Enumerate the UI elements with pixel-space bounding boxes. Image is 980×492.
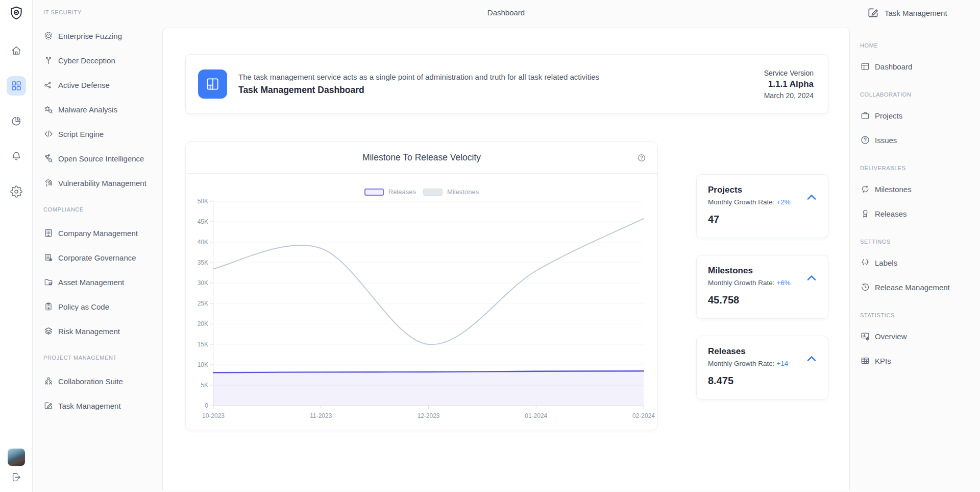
home-icon: [10, 44, 22, 57]
right-nav-item-issues[interactable]: Issues: [860, 128, 980, 152]
service-version-label: Service Version: [764, 69, 814, 77]
pie-icon: [10, 115, 22, 127]
left-nav-item-collaboration-suite[interactable]: Collaboration Suite: [43, 369, 162, 393]
layout-icon: [860, 61, 870, 72]
left-nav-item-label: Malware Analysis: [58, 105, 117, 114]
svg-text:5K: 5K: [201, 382, 208, 389]
service-version-value: 1.1.1 Alpha: [764, 79, 814, 89]
right-nav-item-release-management[interactable]: Release Management: [860, 275, 980, 299]
right-nav-section-header: STATISTICS: [860, 309, 980, 321]
left-nav-item-label: Active Defense: [58, 81, 110, 89]
right-nav-item-dashboard[interactable]: Dashboard: [860, 54, 980, 79]
stat-card-title: Releases: [708, 346, 817, 357]
left-nav-item-vulnerability-management[interactable]: Vulnerability Management: [43, 171, 162, 195]
dashboard-tile-icon: [198, 69, 227, 99]
building-icon: [43, 228, 54, 238]
left-nav-item-label: Company Management: [58, 229, 138, 238]
left-nav-item-script-engine[interactable]: Script Engine: [43, 122, 162, 146]
right-nav-item-label: Milestones: [875, 185, 912, 194]
stat-card-value: 45.758: [708, 294, 817, 306]
help-circle-icon[interactable]: [637, 153, 646, 165]
bug-search-icon: [43, 104, 54, 114]
svg-text:40K: 40K: [198, 239, 208, 246]
chevron-up-icon[interactable]: [805, 353, 818, 365]
logout-icon[interactable]: [11, 472, 22, 485]
svg-text:12-2023: 12-2023: [417, 412, 439, 419]
service-description: The task management service acts as a si…: [238, 73, 753, 81]
right-nav-section-header: SETTINGS: [860, 236, 980, 248]
left-nav-item-enterprise-fuzzing[interactable]: Enterprise Fuzzing: [43, 24, 162, 48]
user-avatar[interactable]: [8, 449, 25, 466]
rail-item-settings[interactable]: [7, 182, 26, 201]
chart-header: Milestone To Release Velocity: [186, 142, 657, 174]
svg-text:45K: 45K: [198, 218, 208, 225]
right-nav-section-header: COLLABORATION: [860, 88, 980, 101]
left-nav-item-cyber-deception[interactable]: Cyber Deception: [43, 48, 162, 73]
left-nav-item-label: Policy as Code: [58, 302, 109, 311]
edit-square-icon: [43, 401, 54, 411]
growth-rate-label: Monthly Growth Rate:: [708, 198, 776, 206]
right-nav-item-label: Projects: [875, 111, 902, 120]
right-nav-item-labels[interactable]: Labels: [860, 250, 980, 275]
growth-rate-value: +2%: [776, 198, 790, 206]
logout-icon: [11, 472, 22, 483]
stat-card-growth-rate: Monthly Growth Rate: +14: [708, 360, 817, 367]
left-nav-item-active-defense[interactable]: Active Defense: [43, 73, 162, 97]
icon-rail: [0, 0, 33, 492]
left-nav-item-company-management[interactable]: Company Management: [43, 221, 162, 245]
left-nav-item-open-source-intelligence[interactable]: Open Source Intelligence: [43, 146, 162, 171]
right-nav-item-label: Release Management: [875, 283, 950, 292]
chevron-up-icon[interactable]: [805, 272, 818, 284]
stat-card-value: 8.475: [708, 375, 817, 387]
left-nav-item-malware-analysis[interactable]: Malware Analysis: [43, 97, 162, 122]
rail-item-home[interactable]: [7, 41, 26, 60]
svg-text:35K: 35K: [198, 259, 208, 266]
right-nav-section-statistics: STATISTICSOverviewKPIs: [860, 309, 980, 373]
svg-text:15K: 15K: [198, 341, 208, 348]
grid-icon: [10, 80, 22, 92]
left-nav-item-label: Vulnerability Management: [58, 179, 146, 188]
right-nav-item-kpis[interactable]: KPIs: [860, 348, 980, 373]
legend-label: Milestones: [447, 188, 479, 196]
legend-item-releases[interactable]: Releases: [364, 188, 416, 196]
rail-item-notifications[interactable]: [7, 147, 26, 166]
rail-item-analytics[interactable]: [7, 111, 26, 131]
chevron-up-icon[interactable]: [805, 191, 818, 203]
right-nav-item-projects[interactable]: Projects: [860, 103, 980, 128]
flow-icon: [43, 80, 54, 90]
code-icon: [43, 129, 54, 139]
left-nav-item-label: Open Source Intelligence: [58, 154, 144, 163]
module-header: Task Management: [867, 6, 947, 19]
service-header-card: The task management service acts as a si…: [185, 54, 828, 114]
service-version-block: Service Version 1.1.1 Alpha March 20, 20…: [764, 69, 814, 100]
stat-card-title: Projects: [708, 185, 817, 195]
right-nav-item-overview[interactable]: Overview: [860, 324, 980, 348]
legend-swatch: [364, 189, 384, 196]
right-nav-item-milestones[interactable]: Milestones: [860, 177, 980, 201]
right-nav-section-settings: SETTINGSLabelsRelease Management: [860, 236, 980, 299]
svg-text:20K: 20K: [198, 320, 208, 327]
left-nav-item-corporate-governance[interactable]: Corporate Governance: [43, 245, 162, 270]
right-nav-item-releases[interactable]: Releases: [860, 201, 980, 226]
left-nav-section-header: PROJECT MANAGEMENT: [43, 352, 162, 364]
main-panel: The task management service acts as a si…: [162, 28, 850, 490]
edit-square-icon: [867, 6, 880, 19]
right-nav-item-label: Labels: [875, 259, 897, 267]
stat-card-title: Milestones: [708, 266, 817, 276]
growth-rate-label: Monthly Growth Rate:: [708, 279, 776, 287]
stat-card-growth-rate: Monthly Growth Rate: +6%: [708, 279, 817, 287]
rail-item-apps[interactable]: [7, 76, 26, 96]
svg-text:50K: 50K: [198, 198, 208, 205]
people-icon: [43, 376, 54, 386]
legend-item-milestones[interactable]: Milestones: [423, 188, 479, 196]
left-nav-item-risk-management[interactable]: Risk Management: [43, 319, 162, 343]
briefcase-icon: [860, 110, 870, 121]
right-nav-section-header: HOME: [860, 39, 980, 52]
left-nav-item-policy-as-code[interactable]: Policy as Code: [43, 294, 162, 319]
velocity-line-chart: 05K10K15K20K25K30K35K40K45K50K10-202311-…: [186, 174, 658, 431]
left-nav-item-asset-management[interactable]: Asset Management: [43, 270, 162, 294]
svg-text:01-2024: 01-2024: [525, 412, 547, 419]
left-nav-section-header: IT SECURITY: [43, 6, 162, 18]
left-nav-item-task-management[interactable]: Task Management: [43, 393, 162, 418]
svg-text:25K: 25K: [198, 300, 208, 307]
